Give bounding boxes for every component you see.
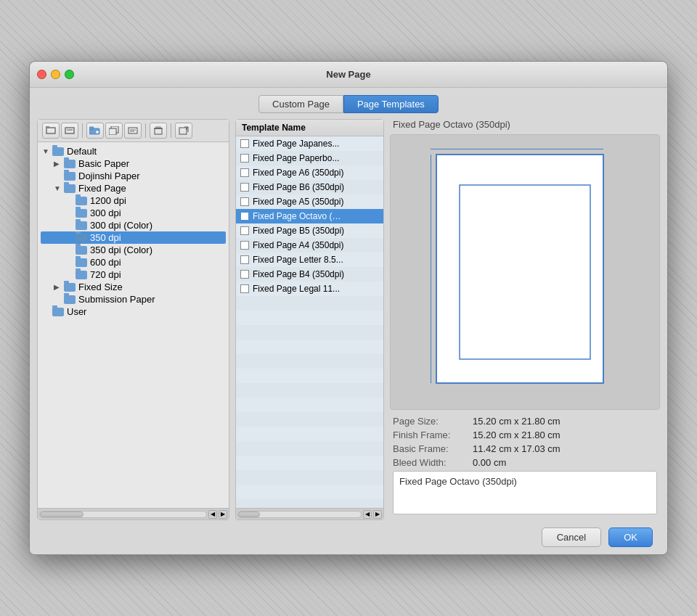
toolbar bbox=[38, 120, 229, 142]
window-title: New Page bbox=[326, 69, 370, 80]
list-header: Template Name bbox=[236, 120, 383, 136]
list-item-letter[interactable]: Fixed Page Letter 8.5... bbox=[236, 252, 383, 267]
list-item-label-a6: Fixed Page A6 (350dpi) bbox=[253, 168, 343, 178]
close-button[interactable] bbox=[37, 70, 46, 79]
tree-arrow-fixed-page bbox=[54, 184, 64, 192]
toolbar-btn-copy[interactable] bbox=[105, 123, 123, 139]
list-item-label-octavo: Fixed Page Octavo (… bbox=[253, 211, 341, 221]
folder-icon-300dpi bbox=[76, 209, 87, 218]
description-text: Fixed Page Octavo (350dpi) bbox=[399, 476, 517, 487]
list-item-label-b4: Fixed Page B4 (350dpi) bbox=[253, 269, 344, 279]
tree-label-fixed-size: Fixed Size bbox=[78, 282, 123, 292]
folder-icon-default bbox=[52, 147, 64, 156]
list-item-icon-a4 bbox=[240, 241, 249, 250]
toolbar-btn-edit[interactable] bbox=[124, 123, 142, 139]
scroll-left-arrow[interactable]: ◀ bbox=[208, 510, 217, 519]
list-item-label-letter: Fixed Page Letter 8.5... bbox=[253, 255, 343, 265]
list-item-a6[interactable]: Fixed Page A6 (350dpi) bbox=[236, 165, 383, 180]
list-item-label-japanese: Fixed Page Japanes... bbox=[253, 139, 339, 149]
list-item-label-b6: Fixed Page B6 (350dpi) bbox=[253, 182, 344, 192]
tree-item-1200dpi[interactable]: 1200 dpi bbox=[41, 194, 226, 207]
tree-label-basic-paper: Basic Paper bbox=[78, 158, 129, 169]
tree-item-fixed-page[interactable]: Fixed Page bbox=[41, 182, 226, 194]
folder-icon-fixed-size bbox=[64, 283, 76, 292]
left-scrollbar: ◀ ▶ bbox=[38, 508, 229, 520]
tree-item-dojinshi-paper[interactable]: Dojinshi Paper bbox=[41, 170, 226, 182]
main-content: Default Basic Paper Dojinshi Pap bbox=[37, 119, 660, 520]
cancel-button[interactable]: Cancel bbox=[542, 527, 601, 547]
tree-item-300dpi[interactable]: 300 dpi bbox=[41, 207, 226, 219]
tree-label-720dpi: 720 dpi bbox=[90, 269, 121, 280]
list-item-icon-paperbo bbox=[240, 154, 249, 163]
svg-rect-20 bbox=[436, 155, 603, 383]
tree-label-default: Default bbox=[67, 146, 97, 157]
bottom-buttons: Cancel OK bbox=[37, 520, 660, 547]
list-item-a5[interactable]: Fixed Page A5 (350dpi) bbox=[236, 194, 383, 209]
tree-arrow-fixed-size bbox=[54, 283, 64, 291]
tree-label-350dpi-color: 350 dpi (Color) bbox=[90, 245, 152, 255]
toolbar-btn-new-folder[interactable] bbox=[86, 123, 104, 139]
list-item-icon-b6 bbox=[240, 183, 249, 192]
tree-item-submission[interactable]: Submission Paper bbox=[41, 293, 226, 305]
svg-rect-0 bbox=[46, 128, 55, 134]
toolbar-btn-delete[interactable] bbox=[150, 123, 167, 139]
list-item-b4[interactable]: Fixed Page B4 (350dpi) bbox=[236, 267, 383, 282]
preview-panel: Fixed Page Octavo (350dpi) bbox=[390, 119, 660, 520]
folder-icon-720dpi bbox=[76, 271, 87, 279]
list-item-legal[interactable]: Fixed Page Legal 11... bbox=[236, 282, 383, 296]
tree-item-fixed-size[interactable]: Fixed Size bbox=[41, 281, 226, 293]
tab-page-templates[interactable]: Page Templates bbox=[343, 95, 439, 113]
list-item-label-a5: Fixed Page A5 (350dpi) bbox=[253, 197, 343, 207]
scroll-right-arrow[interactable]: ▶ bbox=[219, 510, 227, 519]
tree-item-720dpi[interactable]: 720 dpi bbox=[41, 268, 226, 281]
tree-label-user: User bbox=[67, 306, 86, 317]
list-item-b5[interactable]: Fixed Page B5 (350dpi) bbox=[236, 223, 383, 238]
list-item-a4[interactable]: Fixed Page A4 (350dpi) bbox=[236, 238, 383, 252]
tree-item-350dpi[interactable]: 350 dpi bbox=[41, 231, 226, 244]
left-scroll-thumb[interactable] bbox=[40, 512, 83, 517]
toolbar-btn-1[interactable] bbox=[42, 123, 60, 139]
tree-item-default[interactable]: Default bbox=[41, 145, 226, 157]
list-item-japanese[interactable]: Fixed Page Japanes... bbox=[236, 136, 383, 151]
list-scroll-track[interactable] bbox=[237, 511, 362, 518]
tree-label-300dpi-color: 300 dpi (Color) bbox=[90, 220, 152, 231]
info-basic-frame-label: Basic Frame: bbox=[393, 443, 473, 454]
toolbar-separator-3 bbox=[171, 123, 171, 138]
tree-label-1200dpi: 1200 dpi bbox=[90, 195, 126, 206]
toolbar-btn-import[interactable] bbox=[175, 123, 192, 139]
tree-label-fixed-page: Fixed Page bbox=[78, 183, 126, 194]
folder-icon-1200dpi bbox=[76, 197, 87, 205]
tree-container: Default Basic Paper Dojinshi Pap bbox=[38, 142, 229, 508]
folder-icon-600dpi bbox=[76, 258, 87, 267]
list-item-label-a4: Fixed Page A4 (350dpi) bbox=[253, 240, 343, 250]
svg-rect-15 bbox=[156, 127, 160, 128]
tree-item-user[interactable]: User bbox=[41, 305, 226, 318]
toolbar-btn-2[interactable] bbox=[61, 123, 78, 139]
tree-item-600dpi[interactable]: 600 dpi bbox=[41, 256, 226, 268]
list-item-icon-octavo bbox=[240, 212, 249, 221]
tree-item-300dpi-color[interactable]: 300 dpi (Color) bbox=[41, 219, 226, 231]
list-item-b6[interactable]: Fixed Page B6 (350dpi) bbox=[236, 180, 383, 194]
list-scrollbar: ◀ ▶ bbox=[236, 508, 383, 520]
tree-label-dojinshi: Dojinshi Paper bbox=[78, 171, 140, 181]
list-panel: Template Name Fixed Page Japanes... Fixe… bbox=[235, 119, 384, 520]
maximize-button[interactable] bbox=[65, 70, 74, 79]
tree-item-basic-paper[interactable]: Basic Paper bbox=[41, 157, 226, 170]
folder-icon-basic-paper bbox=[64, 160, 76, 168]
tab-custom-page[interactable]: Custom Page bbox=[258, 95, 343, 113]
list-item-paperbo[interactable]: Fixed Page Paperbo... bbox=[236, 151, 383, 165]
left-scroll-track[interactable] bbox=[39, 511, 207, 518]
list-item-label-legal: Fixed Page Legal 11... bbox=[253, 284, 340, 294]
list-scroll-right[interactable]: ▶ bbox=[373, 510, 382, 519]
left-panel: Default Basic Paper Dojinshi Pap bbox=[37, 119, 229, 520]
minimize-button[interactable] bbox=[51, 70, 60, 79]
tree-label-submission: Submission Paper bbox=[78, 294, 155, 305]
ok-button[interactable]: OK bbox=[608, 527, 653, 547]
info-page-size-label: Page Size: bbox=[393, 416, 473, 427]
list-scroll-thumb[interactable] bbox=[238, 512, 260, 517]
tree-item-350dpi-color[interactable]: 350 dpi (Color) bbox=[41, 244, 226, 256]
list-item-octavo[interactable]: Fixed Page Octavo (… bbox=[236, 209, 383, 223]
list-scroll-left[interactable]: ◀ bbox=[363, 510, 372, 519]
tree-label-300dpi: 300 dpi bbox=[90, 208, 121, 218]
folder-icon-350dpi bbox=[76, 234, 87, 242]
